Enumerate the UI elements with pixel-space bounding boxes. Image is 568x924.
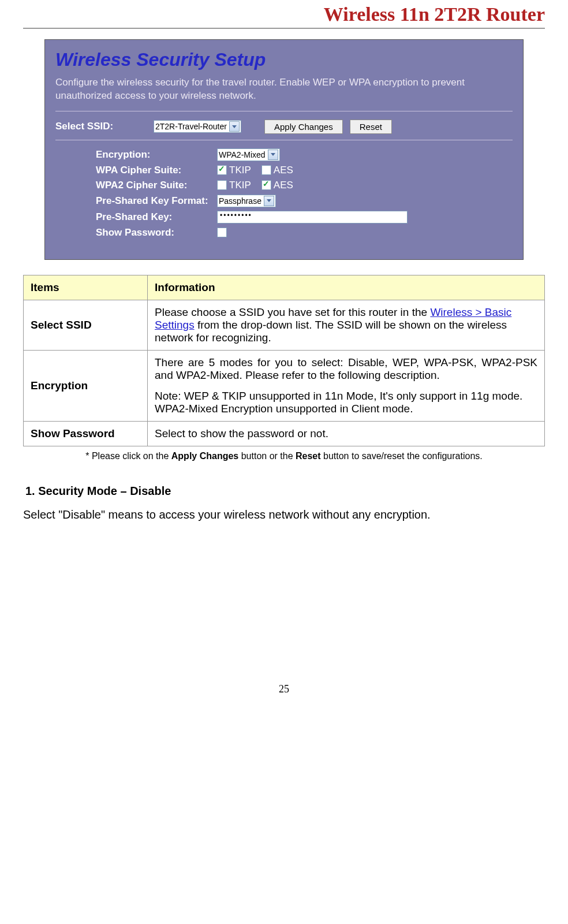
apply-changes-button[interactable]: Apply Changes <box>264 120 343 134</box>
wpa-aes-label: AES <box>274 165 293 176</box>
text: button to save/reset the configurations. <box>321 451 483 461</box>
text: button or the <box>238 451 296 461</box>
chevron-down-icon <box>268 150 278 160</box>
encryption-value: WPA2-Mixed <box>219 150 266 159</box>
divider <box>55 140 513 140</box>
wpa-tkip-checkbox[interactable] <box>217 165 227 175</box>
encryption-row: Encryption: WPA2-Mixed <box>96 148 513 161</box>
security-setup-panel: Wireless Security Setup Configure the wi… <box>44 39 524 260</box>
wpa-cipher-row: WPA Cipher Suite: TKIP AES <box>96 165 513 176</box>
show-password-label: Show Password: <box>96 227 217 239</box>
text: Please choose a SSID you have set for th… <box>155 306 430 318</box>
wpa-aes-checkbox[interactable] <box>261 165 271 175</box>
section-paragraph: Select "Disable" means to access your wi… <box>23 508 545 521</box>
wpa2-aes-label: AES <box>274 180 293 191</box>
item-encryption: Encryption <box>24 350 148 421</box>
table-row: Encryption There are 5 modes for you to … <box>24 350 545 421</box>
psk-input[interactable]: ••••••••• <box>217 211 408 223</box>
text: * Please click on the <box>85 451 171 461</box>
wpa2-cipher-row: WPA2 Cipher Suite: TKIP AES <box>96 180 513 191</box>
table-row: Select SSID Please choose a SSID you hav… <box>24 300 545 350</box>
table-row: Show Password Select to show the passwor… <box>24 421 545 446</box>
wpa-cipher-label: WPA Cipher Suite: <box>96 165 217 176</box>
psk-format-label: Pre-Shared Key Format: <box>96 195 217 207</box>
col-information: Information <box>148 275 545 300</box>
chevron-down-icon <box>264 196 274 206</box>
panel-title: Wireless Security Setup <box>55 49 513 70</box>
item-show-password: Show Password <box>24 421 148 446</box>
encryption-dropdown[interactable]: WPA2-Mixed <box>217 148 280 161</box>
encryption-label: Encryption: <box>96 149 217 161</box>
table-header-row: Items Information <box>24 275 545 300</box>
show-password-checkbox[interactable] <box>217 228 227 237</box>
select-ssid-value: 2T2R-Travel-Router <box>155 122 227 131</box>
section-heading: 1. Security Mode – Disable <box>25 485 545 498</box>
psk-format-dropdown[interactable]: Passphrase <box>217 195 276 207</box>
footnote: * Please click on the Apply Changes butt… <box>23 451 545 461</box>
select-ssid-dropdown[interactable]: 2T2R-Travel-Router <box>154 120 241 133</box>
text: There are 5 modes for you to select: Dis… <box>155 356 537 382</box>
col-items: Items <box>24 275 148 300</box>
text-bold: Apply Changes <box>171 451 238 461</box>
divider <box>55 111 513 111</box>
page-number: 25 <box>23 683 545 695</box>
reset-button[interactable]: Reset <box>350 120 392 134</box>
info-encryption: There are 5 modes for you to select: Dis… <box>148 350 545 421</box>
info-show-password: Select to show the password or not. <box>148 421 545 446</box>
show-password-row: Show Password: <box>96 227 513 239</box>
item-select-ssid: Select SSID <box>24 300 148 350</box>
wpa2-tkip-label: TKIP <box>229 180 251 191</box>
psk-row: Pre-Shared Key: ••••••••• <box>96 211 513 223</box>
select-ssid-label: Select SSID: <box>55 121 154 132</box>
panel-description: Configure the wireless security for the … <box>55 76 513 103</box>
psk-format-row: Pre-Shared Key Format: Passphrase <box>96 195 513 207</box>
chevron-down-icon <box>229 121 240 132</box>
text-bold: Reset <box>296 451 321 461</box>
wpa2-tkip-checkbox[interactable] <box>217 180 227 190</box>
wpa2-cipher-label: WPA2 Cipher Suite: <box>96 180 217 191</box>
wpa-tkip-label: TKIP <box>229 165 251 176</box>
select-ssid-row: Select SSID: 2T2R-Travel-Router Apply Ch… <box>55 120 513 134</box>
psk-format-value: Passphrase <box>219 196 261 206</box>
info-select-ssid: Please choose a SSID you have set for th… <box>148 300 545 350</box>
psk-label: Pre-Shared Key: <box>96 211 217 223</box>
doc-title: Wireless 11n 2T2R Router <box>324 3 545 25</box>
text: from the drop-down list. The SSID will b… <box>155 319 507 344</box>
document-header: Wireless 11n 2T2R Router <box>23 0 545 29</box>
text: Note: WEP & TKIP unsupported in 11n Mode… <box>155 390 537 415</box>
info-table: Items Information Select SSID Please cho… <box>23 275 545 446</box>
wpa2-aes-checkbox[interactable] <box>261 180 271 190</box>
